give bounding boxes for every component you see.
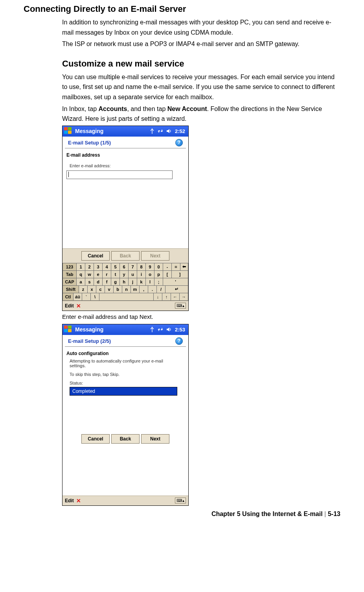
key[interactable]: v [105, 286, 114, 293]
key[interactable]: t [111, 271, 120, 278]
onscreen-keyboard[interactable]: 123 1 2 3 4 5 6 7 8 9 0 - = ⬅ Tab [63, 263, 188, 301]
windows-flag-icon [64, 127, 73, 135]
footer-chapter: Chapter 5 Using the Internet & E-mail [211, 511, 323, 517]
key[interactable]: ; [154, 278, 163, 286]
key-space[interactable] [99, 293, 154, 301]
step-header: E-mail Setup (1/5) ? [65, 137, 186, 148]
auto-line-2: To skip this step, tap Skip. [70, 372, 184, 377]
key[interactable]: 7 [129, 263, 137, 271]
key[interactable]: a [77, 278, 85, 286]
clock-time: 2:52 [175, 128, 185, 134]
key[interactable]: ] [172, 271, 188, 278]
key-backspace[interactable]: ⬅ [180, 263, 188, 271]
cancel-button[interactable]: Cancel [81, 251, 110, 261]
key[interactable]: l [146, 278, 154, 286]
footer-separator-icon: | [324, 511, 328, 517]
status-label: Status: [70, 381, 184, 385]
key[interactable]: s [85, 278, 94, 286]
key[interactable]: q [77, 271, 85, 278]
key-accent[interactable]: áü [74, 293, 82, 301]
key[interactable]: , [140, 286, 148, 293]
help-icon[interactable]: ? [175, 139, 183, 146]
key[interactable]: \ [91, 293, 99, 301]
email-address-input[interactable] [66, 170, 173, 179]
key-down[interactable]: ↓ [154, 293, 162, 301]
key[interactable]: u [129, 271, 137, 278]
key[interactable]: o [146, 271, 154, 278]
key-enter[interactable]: ↵ [165, 286, 188, 293]
screenshot-email-setup-1: Messaging 2:52 E-mail Setup (1/5) ? E-ma… [62, 126, 189, 311]
key[interactable]: n [122, 286, 131, 293]
step-title: E-mail Setup (1/5) [68, 140, 111, 146]
key[interactable]: d [94, 278, 103, 286]
key[interactable]: 8 [137, 263, 146, 271]
chevron-up-icon: ▴ [182, 303, 184, 308]
key[interactable]: 0 [154, 263, 163, 271]
key-mode[interactable]: 123 [63, 263, 77, 271]
key[interactable]: h [120, 278, 129, 286]
key-left[interactable]: ← [171, 293, 180, 301]
next-button[interactable]: Next [141, 434, 169, 444]
key[interactable]: i [137, 271, 146, 278]
accounts-bold: Accounts [99, 105, 127, 112]
close-icon[interactable]: ✕ [76, 498, 81, 504]
paragraph-1: In addition to synchronizing e-mail mess… [62, 17, 340, 37]
key-up[interactable]: ↑ [162, 293, 171, 301]
clock-time: 2:53 [175, 327, 185, 333]
paragraph-3: You can use multiple e-mail services to … [62, 72, 340, 102]
back-button[interactable]: Back [111, 434, 140, 444]
new-account-bold: New Account [167, 105, 207, 112]
key[interactable]: ` [82, 293, 91, 301]
key[interactable]: c [96, 286, 105, 293]
next-button: Next [141, 251, 169, 261]
key[interactable]: 1 [77, 263, 85, 271]
key-right[interactable]: → [180, 293, 188, 301]
key[interactable]: . [148, 286, 157, 293]
close-icon[interactable]: ✕ [76, 303, 81, 309]
sip-toggle[interactable]: ⌨ ▴ [175, 303, 186, 309]
key[interactable]: p [154, 271, 163, 278]
key[interactable]: 3 [94, 263, 103, 271]
sip-toggle[interactable]: ⌨ ▴ [175, 498, 186, 503]
key[interactable]: [ [163, 271, 172, 278]
key[interactable]: / [157, 286, 165, 293]
key-caps[interactable]: CAP [63, 278, 77, 286]
speaker-icon [166, 128, 172, 134]
key[interactable]: 2 [85, 263, 94, 271]
key[interactable]: y [120, 271, 129, 278]
key[interactable]: g [111, 278, 120, 286]
kbd-row-1: 123 1 2 3 4 5 6 7 8 9 0 - = ⬅ [63, 263, 188, 271]
signal-icon [150, 327, 154, 332]
key[interactable]: = [172, 263, 180, 271]
key[interactable]: x [88, 286, 96, 293]
keyboard-icon: ⌨ [176, 498, 182, 503]
kbd-row-2: Tab q w e r t y u i o p [ ] [63, 271, 188, 278]
key[interactable]: w [85, 271, 94, 278]
edit-menu[interactable]: Edit [65, 498, 74, 503]
key[interactable]: 6 [120, 263, 129, 271]
key[interactable]: z [79, 286, 88, 293]
key[interactable]: f [103, 278, 111, 286]
key[interactable]: m [131, 286, 140, 293]
key[interactable]: e [94, 271, 103, 278]
key[interactable]: 4 [103, 263, 111, 271]
key[interactable]: - [163, 263, 172, 271]
key[interactable]: 9 [146, 263, 154, 271]
page-footer: Chapter 5 Using the Internet & E-mail | … [24, 511, 340, 518]
keyboard-icon: ⌨ [176, 303, 182, 308]
help-icon[interactable]: ? [175, 337, 183, 345]
kbd-row-4: Shift z x c v b n m , . / ↵ [63, 286, 188, 293]
key-ctl[interactable]: Ctl [63, 293, 74, 301]
key[interactable]: r [103, 271, 111, 278]
edit-menu[interactable]: Edit [65, 303, 74, 309]
key[interactable]: k [137, 278, 146, 286]
key[interactable]: b [114, 286, 122, 293]
key-shift[interactable]: Shift [63, 286, 79, 293]
key-tab[interactable]: Tab [63, 271, 77, 278]
titlebar-title: Messaging [75, 326, 150, 333]
key[interactable]: j [129, 278, 137, 286]
section-label: Auto configuration [66, 351, 184, 356]
key[interactable]: 5 [111, 263, 120, 271]
key[interactable]: ' [163, 278, 188, 286]
cancel-button[interactable]: Cancel [81, 434, 110, 444]
